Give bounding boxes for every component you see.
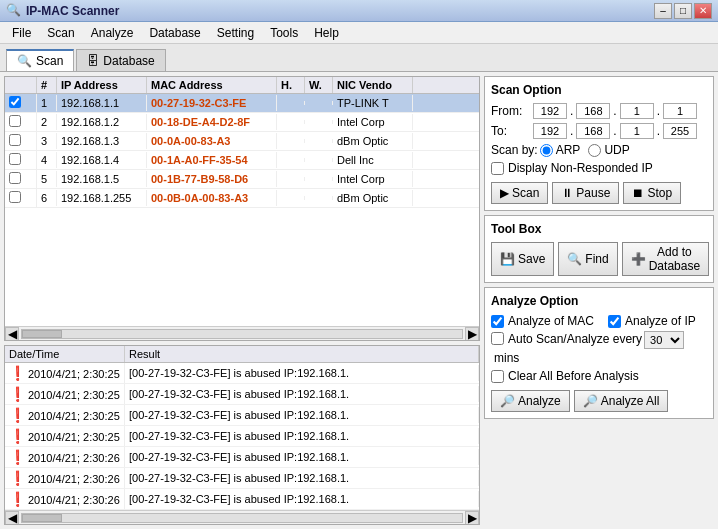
clear-checkbox[interactable] — [491, 370, 504, 383]
row-check[interactable] — [5, 170, 37, 188]
to-ip-2[interactable] — [576, 123, 610, 139]
row-h — [277, 101, 305, 105]
log-time: ❗2010/4/21; 2:30:25 — [5, 363, 125, 383]
menu-item-database[interactable]: Database — [141, 24, 208, 42]
tab-database[interactable]: 🗄 Database — [76, 49, 165, 71]
tab-scan[interactable]: 🔍 Scan — [6, 49, 74, 71]
scan-table-row[interactable]: 1 192.168.1.1 00-27-19-32-C3-FE TP-LINK … — [5, 94, 479, 113]
pause-btn-icon: ⏸ — [561, 186, 573, 200]
row-h — [277, 196, 305, 200]
log-time: ❗2010/4/21; 2:30:26 — [5, 468, 125, 488]
stop-btn-label: Stop — [647, 186, 672, 200]
log-scrollbar-x[interactable]: ◀ ▶ — [5, 510, 479, 524]
app-icon: 🔍 — [6, 3, 22, 19]
auto-scan-label[interactable]: Auto Scan/Analyze every — [491, 332, 642, 346]
log-time: ❗2010/4/21; 2:30:26 — [5, 489, 125, 509]
arp-radio-label[interactable]: ARP — [540, 143, 581, 157]
row-check[interactable] — [5, 189, 37, 207]
row-check[interactable] — [5, 113, 37, 131]
log-result: [00-27-19-32-C3-FE] is abused IP:192.168… — [125, 428, 479, 444]
row-vendor: Intel Corp — [333, 171, 413, 187]
analyze-button[interactable]: 🔎 Analyze — [491, 390, 570, 412]
display-non-row: Display Non-Responded IP — [491, 161, 707, 178]
analyze-check-row1: Analyze of MAC Analyze of IP — [491, 314, 707, 331]
from-ip-1[interactable] — [533, 103, 567, 119]
save-button[interactable]: 💾 Save — [491, 242, 554, 276]
scan-table-row[interactable]: 2 192.168.1.2 00-18-DE-A4-D2-8F Intel Co… — [5, 113, 479, 132]
menu-item-scan[interactable]: Scan — [39, 24, 82, 42]
pause-btn-label: Pause — [576, 186, 610, 200]
analyze-all-button[interactable]: 🔎 Analyze All — [574, 390, 669, 412]
auto-scan-checkbox[interactable] — [491, 332, 504, 345]
row-check[interactable] — [5, 151, 37, 169]
to-ip-4[interactable] — [663, 123, 697, 139]
menu-item-help[interactable]: Help — [306, 24, 347, 42]
scan-btn-icon: ▶ — [500, 186, 509, 200]
menu-item-tools[interactable]: Tools — [262, 24, 306, 42]
scan-table-row[interactable]: 5 192.168.1.5 00-1B-77-B9-58-D6 Intel Co… — [5, 170, 479, 189]
menu-item-setting[interactable]: Setting — [209, 24, 262, 42]
col-h: H. — [277, 77, 305, 93]
from-ip-2[interactable] — [576, 103, 610, 119]
find-label: Find — [585, 252, 608, 266]
clear-text: Clear All Before Analysis — [508, 369, 639, 383]
row-mac: 00-1B-77-B9-58-D6 — [147, 171, 277, 187]
col-mac: MAC Address — [147, 77, 277, 93]
row-num: 5 — [37, 171, 57, 187]
app-title: IP-MAC Scanner — [26, 4, 654, 18]
col-check — [5, 77, 37, 93]
analyze-mac-checkbox[interactable] — [491, 315, 504, 328]
maximize-button[interactable]: □ — [674, 3, 692, 19]
scan-table-row[interactable]: 3 192.168.1.3 00-0A-00-83-A3 dBm Optic — [5, 132, 479, 151]
pause-button[interactable]: ⏸ Pause — [552, 182, 619, 204]
udp-radio[interactable] — [588, 144, 601, 157]
to-ip-3[interactable] — [620, 123, 654, 139]
log-warning-icon: ❗ — [9, 365, 26, 381]
scan-tab-icon: 🔍 — [17, 54, 32, 68]
minimize-button[interactable]: – — [654, 3, 672, 19]
save-icon: 💾 — [500, 252, 515, 266]
analyze-ip-label[interactable]: Analyze of IP — [608, 314, 696, 328]
row-num: 4 — [37, 152, 57, 168]
analyze-ip-text: Analyze of IP — [625, 314, 696, 328]
stop-button[interactable]: ⏹ Stop — [623, 182, 681, 204]
menu-item-analyze[interactable]: Analyze — [83, 24, 142, 42]
log-table-row: ❗2010/4/21; 2:30:25 [00-27-19-32-C3-FE] … — [5, 405, 479, 426]
row-h — [277, 139, 305, 143]
add-to-database-button[interactable]: ➕ Add to Database — [622, 242, 709, 276]
udp-label: UDP — [604, 143, 629, 157]
row-w — [305, 120, 333, 124]
scan-table-row[interactable]: 6 192.168.1.255 00-0B-0A-00-83-A3 dBm Op… — [5, 189, 479, 208]
arp-label: ARP — [556, 143, 581, 157]
log-warning-icon: ❗ — [9, 407, 26, 423]
display-non-checkbox[interactable] — [491, 162, 504, 175]
analyze-btn-icon: 🔎 — [500, 394, 515, 408]
find-button[interactable]: 🔍 Find — [558, 242, 617, 276]
scan-button[interactable]: ▶ Scan — [491, 182, 548, 204]
analyze-mac-label[interactable]: Analyze of MAC — [491, 314, 594, 328]
analyze-ip-checkbox[interactable] — [608, 315, 621, 328]
row-check[interactable] — [5, 94, 37, 112]
from-ip-3[interactable] — [620, 103, 654, 119]
row-ip: 192.168.1.4 — [57, 152, 147, 168]
log-table-row: ❗2010/4/21; 2:30:26 [00-27-19-32-C3-FE] … — [5, 468, 479, 489]
scan-table-header: # IP Address MAC Address H. W. NIC Vendo — [5, 77, 479, 94]
scan-table-row[interactable]: 4 192.168.1.4 00-1A-A0-FF-35-54 Dell Inc — [5, 151, 479, 170]
auto-scan-select[interactable]: 30 60 120 — [644, 331, 684, 349]
clear-row: Clear All Before Analysis — [491, 369, 707, 386]
scan-scrollbar-x[interactable]: ◀ ▶ — [5, 326, 479, 340]
menu-item-file[interactable]: File — [4, 24, 39, 42]
clear-label[interactable]: Clear All Before Analysis — [491, 369, 639, 383]
arp-radio[interactable] — [540, 144, 553, 157]
to-ip-1[interactable] — [533, 123, 567, 139]
close-button[interactable]: ✕ — [694, 3, 712, 19]
add-db-icon: ➕ — [631, 252, 646, 266]
log-table-row: ❗2010/4/21; 2:30:25 [00-27-19-32-C3-FE] … — [5, 363, 479, 384]
from-ip-4[interactable] — [663, 103, 697, 119]
row-vendor: dBm Optic — [333, 133, 413, 149]
row-mac: 00-18-DE-A4-D2-8F — [147, 114, 277, 130]
udp-radio-label[interactable]: UDP — [588, 143, 629, 157]
display-non-label[interactable]: Display Non-Responded IP — [491, 161, 653, 175]
row-check[interactable] — [5, 132, 37, 150]
row-num: 6 — [37, 190, 57, 206]
